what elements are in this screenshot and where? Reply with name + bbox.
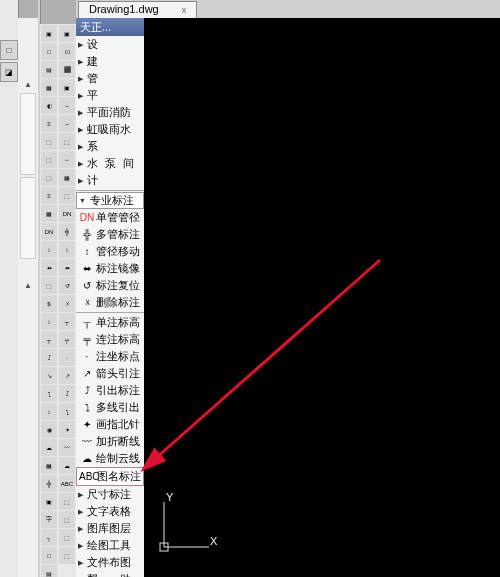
tool-icon[interactable]: □ [41,547,57,564]
tool-icon[interactable]: ↕ [41,241,57,258]
tool-icon[interactable]: □ [41,43,57,60]
tool-icon[interactable]: ▤ [41,61,57,78]
menu-item-drawing-name-annotation[interactable]: ABC图名标注 [76,467,144,486]
menu-item[interactable]: ⤵多线引出 [76,399,144,416]
menu-item[interactable]: ▶文字表格 [76,503,144,520]
tool-icon[interactable]: $ [41,295,57,312]
tool-icon[interactable]: ⬚ [59,493,75,510]
menu-item[interactable]: 〰加折断线 [76,433,144,450]
menu-item[interactable]: ╤连注标高 [76,331,144,348]
tool-icon[interactable]: ▣ [41,25,57,42]
menu-item[interactable]: ┬单注标高 [76,314,144,331]
tool-icon[interactable]: ⬌ [59,259,75,276]
menu-item[interactable]: ▶绘图工具 [76,537,144,554]
menu-item[interactable]: ▶系 统 [76,138,144,155]
tool-icon[interactable]: ↕ [59,241,75,258]
tool-icon[interactable]: ▦ [59,169,75,186]
menu-item[interactable]: ▶平 面 [76,87,144,104]
tool-icon[interactable]: ⤵ [59,403,75,420]
tool-icon[interactable]: ◐ [41,97,57,114]
tool-icon[interactable]: ⬚ [59,529,75,546]
tool-icon[interactable]: ▦ [41,457,57,474]
tool-icon[interactable]: ╬ [41,475,57,492]
tool-icon[interactable]: ≡ [41,115,57,132]
tool-icon[interactable]: ▣ [41,493,57,510]
menu-item[interactable]: ▶计 算 [76,172,144,189]
menu-item[interactable]: ╬多管标注 [76,226,144,243]
collapse-arrow-icon[interactable]: ▲ [18,279,38,292]
menu-item[interactable]: ·注坐标点 [76,348,144,365]
menu-item[interactable]: ▶建 筑 [76,53,144,70]
menu-item[interactable]: DN单管管径 [76,209,144,226]
tool-icon[interactable]: ↗ [59,367,75,384]
tool-icon[interactable]: ↔ [59,151,75,168]
tool-icon[interactable]: ABC [59,475,75,492]
tool-icon[interactable]: ◪ [0,62,18,82]
menu-item[interactable]: ▶管 线 [76,70,144,87]
tool-icon[interactable]: ▣ [59,25,75,42]
tool-icon[interactable]: ┐ [41,529,57,546]
tool-icon[interactable]: ▣ [59,79,75,96]
tool-icon[interactable]: ↕ [41,403,57,420]
tool-icon[interactable]: ↺ [59,277,75,294]
tool-icon[interactable]: ≡ [41,187,57,204]
tool-icon[interactable]: ~ [59,97,75,114]
tool-icon[interactable]: □ [0,40,18,60]
tool-icon[interactable]: · [59,349,75,366]
tool-icon[interactable]: DN [41,223,57,240]
tool-icon[interactable]: ⬚ [59,187,75,204]
menu-item[interactable]: ☓删除标注 [76,294,144,311]
tool-icon[interactable]: ▦ [41,79,57,96]
menu-header[interactable]: 天正... [76,18,144,36]
close-icon[interactable]: x [182,5,187,15]
tool-icon[interactable]: ⬛ [59,61,75,78]
tool-icon[interactable]: ↕ [41,313,57,330]
tool-icon[interactable]: ✦ [59,421,75,438]
document-tab[interactable]: Drawing1.dwg x [78,1,197,18]
tool-icon[interactable]: ◉ [41,421,57,438]
menu-item[interactable]: ⬌标注镜像 [76,260,144,277]
menu-item[interactable]: ↗箭头引注 [76,365,144,382]
tool-icon[interactable]: ⬚ [59,511,75,528]
tool-icon[interactable]: ⤴ [59,385,75,402]
menu-item[interactable]: ✦画指北针 [76,416,144,433]
menu-item[interactable]: ▶虹吸雨水 [76,121,144,138]
tool-icon[interactable]: 〰 [59,439,75,456]
tool-icon[interactable]: ▦ [41,205,57,222]
menu-item[interactable]: ⤴引出标注 [76,382,144,399]
menu-item[interactable]: ▶文件布图 [76,554,144,571]
tool-icon[interactable]: 字 [41,511,57,528]
menu-item[interactable]: ▶帮 助 [76,571,144,577]
tool-icon[interactable]: ⬚ [41,277,57,294]
tool-icon[interactable]: DN [59,205,75,222]
tool-icon[interactable]: ⬚ [41,151,57,168]
drawing-canvas[interactable]: X Y [144,18,500,577]
tool-icon[interactable]: ⬚ [41,133,57,150]
tool-icon[interactable]: ⬚ [59,133,75,150]
tool-icon[interactable]: ┬ [41,331,57,348]
tool-icon[interactable]: ⬚ [59,547,75,564]
tool-icon[interactable]: ↘ [41,367,57,384]
tool-icon[interactable]: ⬌ [41,259,57,276]
menu-item[interactable]: ▶图库图层 [76,520,144,537]
menu-item[interactable]: ▶尺寸标注 [76,486,144,503]
tool-icon[interactable]: ▤ [41,565,57,577]
menu-item[interactable]: ↕管径移动 [76,243,144,260]
menu-item[interactable]: ▶水 泵 间 [76,155,144,172]
tool-icon[interactable]: ⊡ [59,43,75,60]
tool-icon[interactable]: ☁ [41,439,57,456]
tool-icon[interactable]: ~ [59,115,75,132]
collapse-arrow-icon[interactable]: ▲ [18,78,38,91]
tool-icon[interactable]: ☓ [59,295,75,312]
menu-item[interactable]: ▶设 置 [76,36,144,53]
tool-icon[interactable]: ⬚ [41,169,57,186]
tool-icon[interactable]: ☁ [59,457,75,474]
tool-icon[interactable]: ╤ [59,331,75,348]
tool-icon[interactable]: ┬ [59,313,75,330]
menu-item-special-annotation[interactable]: ▼ 专业标注 [76,192,144,209]
menu-item[interactable]: ↺标注复位 [76,277,144,294]
menu-item[interactable]: ▶平面消防 [76,104,144,121]
tool-icon[interactable]: ⤴ [41,349,57,366]
menu-item[interactable]: ☁绘制云线 [76,450,144,467]
tool-icon[interactable]: ╬ [59,223,75,240]
